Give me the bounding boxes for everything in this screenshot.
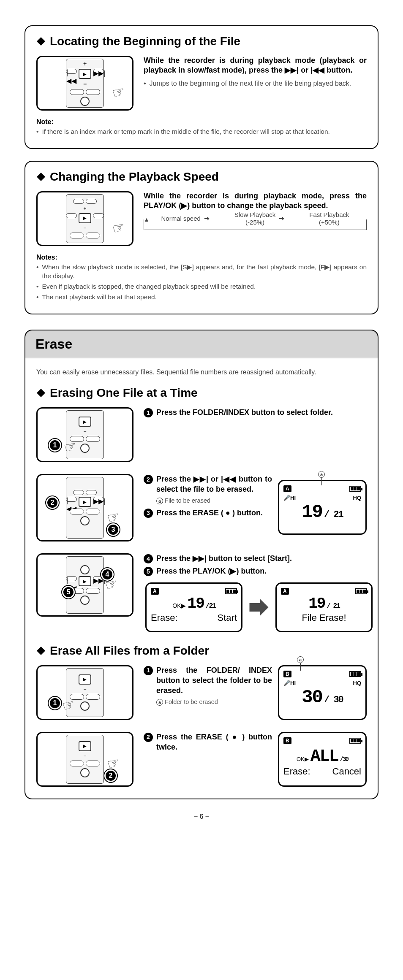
note-item: •Even if playback is stopped, the change… (36, 282, 367, 291)
subsection-title: Erasing One File at a Time (50, 386, 198, 400)
lcd-transition: A OK▶ 19 /21 Erase: Start (145, 582, 373, 632)
lcd-all-erase: B OK▶ ALL /30 Erase: Cancel (278, 732, 367, 787)
section-title: Changing the Playback Speed (50, 170, 219, 184)
callout-a: a (318, 471, 325, 485)
note-label: Note: (36, 118, 367, 126)
fast-playback-icon: F▶ (321, 263, 329, 272)
diamond-icon (36, 172, 46, 181)
diamond-icon (36, 646, 46, 655)
step-4: 4 Press the ▶▶| button to select [Start]… (144, 553, 373, 563)
device-illustration: ▶ − 1 ☞ (36, 665, 133, 720)
lcd-erase-label: Erase: (283, 766, 310, 777)
lcd-file-erase-label: File Erase! (302, 612, 346, 623)
mic-indicator: 🎤HI (283, 495, 296, 501)
step-2: 2 Press the ▶▶| or |◀◀ button to select … (144, 474, 272, 495)
device-illustration: ▶ − 1 ☞ (36, 407, 133, 462)
speed-flow-diagram: ▲ Normal speed ➔ Slow Playback(-25%) ➔ F… (144, 219, 367, 230)
all-indicator: ALL (310, 748, 338, 765)
subsection-title: Erase All Files from a Folder (50, 644, 209, 658)
section-locating: Locating the Beginning of the File + |◀◀… (25, 25, 378, 149)
lcd-erase-start: A OK▶ 19 /21 Erase: Start (145, 582, 242, 632)
lcd-cancel-label: Cancel (332, 766, 361, 777)
step-2-note: a File to be erased (156, 497, 272, 504)
device-illustration: |◀◀ ▶ ▶▶| 4 5 ☞ (36, 553, 133, 617)
folder-indicator: B (283, 671, 291, 677)
folder-step-1-note: a Folder to be erased (156, 698, 272, 706)
step-badge-1: 1 (49, 439, 61, 452)
instruction-text: While the recorder is during playback mo… (144, 191, 367, 211)
lcd-erase-label: Erase: (151, 612, 178, 623)
device-illustration: ▶ − 2 ☞ (36, 732, 133, 787)
quality-indicator: HQ (353, 495, 362, 501)
section-title: Locating the Beginning of the File (50, 35, 240, 48)
note-item: •The next playback will be at that speed… (36, 293, 367, 302)
step-badge-2: 2 (46, 496, 59, 509)
step-1: 1 Press the FOLDER/INDEX button to selec… (144, 407, 367, 417)
lcd-file-erase: A 19 / 21 File Erase! (275, 582, 373, 632)
step-5: 5 Press the PLAY/OK (▶) button. (144, 566, 373, 576)
erase-intro: You can easily erase unnecessary files. … (36, 368, 367, 376)
folder-indicator: A (283, 485, 291, 492)
section-speed: Changing the Playback Speed + ▶ − ☞ (25, 161, 378, 314)
note-item: • When the slow playback mode is selecte… (36, 263, 367, 281)
arrow-right-icon: ➔ (279, 214, 284, 222)
subheading: Erase All Files from a Folder (36, 644, 367, 658)
total-files: / 21 (324, 509, 343, 520)
device-illustration: + ▶ − ☞ (36, 191, 133, 246)
step-badge-5: 5 (62, 586, 75, 598)
arrow-right-icon: ➔ (204, 214, 210, 222)
lcd-start-label: Start (218, 612, 237, 623)
notes-label: Notes: (36, 254, 367, 261)
step-badge-1: 1 (49, 697, 61, 709)
erase-heading: Erase (25, 330, 378, 358)
lcd-folder-display: a B 🎤HI HQ 30 / 30 (278, 665, 367, 720)
diamond-icon (36, 37, 46, 46)
battery-icon (349, 671, 361, 677)
section-erase: You can easily erase unnecessary files. … (25, 358, 378, 799)
subheading: Changing the Playback Speed (36, 170, 367, 184)
note-item: • If there is an index mark or temp mark… (36, 127, 367, 136)
lcd-file-display: a A 🎤HI HQ 19 / 21 (278, 480, 367, 535)
device-illustration: + |◀◀ ▶ ▶▶| − ☞ (36, 56, 133, 111)
instruction-text: While the recorder is during playback mo… (144, 56, 367, 76)
subheading: Erasing One File at a Time (36, 386, 367, 400)
callout-a: a (297, 656, 304, 671)
arrow-right-icon (248, 597, 270, 618)
speed-fast: Fast Playback (309, 211, 349, 218)
speed-slow: Slow Playback (234, 211, 276, 218)
file-number: 30 (302, 688, 322, 707)
folder-step-2: 2 Press the ERASE ( ● ) button twice. (144, 732, 272, 753)
subheading: Locating the Beginning of the File (36, 35, 367, 48)
total-files: / 30 (324, 695, 343, 705)
bullet-item: • Jumps to the beginning of the next fil… (144, 79, 367, 88)
battery-icon (225, 588, 237, 594)
speed-normal: Normal speed (161, 215, 200, 222)
battery-icon (349, 738, 361, 744)
step-3: 3 Press the ERASE ( ● ) button. (144, 508, 272, 518)
page-number: – 6 – (25, 813, 378, 820)
file-number: 19 (302, 503, 322, 521)
return-arrow-icon: ▲ (144, 216, 150, 223)
battery-icon (355, 588, 367, 594)
folder-step-1: 1 Press the FOLDER/ INDEX button to sele… (144, 665, 272, 696)
battery-icon (349, 486, 361, 492)
slow-playback-icon: S▶ (182, 263, 192, 272)
device-illustration: |◀◀ ▶ ▶▶| 2 3 ☞ (36, 474, 133, 541)
diamond-icon (36, 388, 46, 398)
